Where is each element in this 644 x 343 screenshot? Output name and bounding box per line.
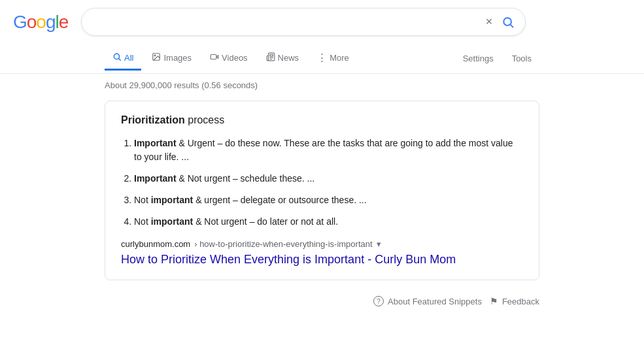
nav-item-news[interactable]: News: [258, 47, 307, 71]
logo-letter-o2: o: [36, 12, 46, 32]
svg-line-1: [511, 24, 513, 27]
clear-search-button[interactable]: ×: [482, 14, 497, 30]
source-path: › how-to-prioritize-when-everything-is-i…: [194, 239, 372, 249]
videos-icon: [210, 52, 219, 63]
header: Google how to prioritize when everything…: [0, 0, 644, 44]
snippet-list: Important & Urgent – do these now. These…: [121, 137, 523, 229]
svg-point-5: [155, 55, 156, 56]
source-domain: curlybunmom.com: [121, 239, 190, 249]
logo-letter-g2: g: [46, 12, 56, 32]
nav-right: Settings Tools: [455, 48, 539, 69]
nav-item-all[interactable]: All: [105, 47, 141, 71]
nav-news-label: News: [278, 53, 299, 63]
snippet-source: curlybunmom.com › how-to-prioritize-when…: [121, 239, 523, 249]
logo-letter-g: G: [13, 12, 27, 32]
nav-item-more[interactable]: ⋮ More: [309, 46, 357, 71]
featured-snippet: Prioritization process Important & Urgen…: [105, 101, 539, 280]
results-area: About 29,900,000 results (0.56 seconds) …: [0, 74, 644, 316]
list-item: Not important & Not urgent – do later or…: [134, 215, 523, 229]
logo-letter-e: e: [59, 12, 69, 32]
nav-item-videos[interactable]: Videos: [202, 47, 256, 71]
svg-line-3: [119, 58, 121, 60]
svg-rect-6: [211, 54, 216, 59]
search-button[interactable]: [501, 16, 515, 29]
about-snippets-link[interactable]: ? About Featured Snippets: [373, 296, 482, 306]
list-item: Not important & urgent – delegate or out…: [134, 193, 523, 207]
about-snippets-label: About Featured Snippets: [388, 297, 482, 306]
tools-link[interactable]: Tools: [504, 48, 539, 69]
more-dots-icon: ⋮: [317, 52, 327, 63]
snippet-title-bold: Prioritization: [121, 114, 185, 125]
logo-letter-o1: o: [27, 12, 37, 32]
nav-all-label: All: [124, 53, 133, 63]
nav-more-label: More: [330, 53, 349, 63]
source-dropdown-icon[interactable]: ▾: [377, 239, 381, 249]
google-logo[interactable]: Google: [13, 12, 68, 33]
snippet-link: How to Prioritize When Everything is Imp…: [121, 253, 523, 267]
snippet-title: Prioritization process: [121, 114, 523, 126]
list-item: Important & Urgent – do these now. These…: [134, 137, 523, 164]
flag-icon: ⚑: [490, 296, 498, 306]
feedback-label: Feedback: [502, 297, 539, 306]
question-icon: ?: [373, 296, 384, 306]
snippet-result-link[interactable]: How to Prioritize When Everything is Imp…: [121, 253, 456, 266]
results-count: About 29,900,000 results (0.56 seconds): [105, 80, 539, 90]
news-icon: [266, 52, 275, 63]
snippet-title-rest: process: [185, 114, 224, 125]
snippet-footer: ? About Featured Snippets ⚑ Feedback: [105, 291, 539, 309]
nav-bar: All Images Videos News ⋮ More Settings T…: [0, 44, 644, 74]
nav-item-images[interactable]: Images: [144, 47, 199, 71]
nav-videos-label: Videos: [222, 53, 248, 63]
settings-link[interactable]: Settings: [455, 48, 501, 69]
images-icon: [152, 52, 161, 63]
search-input[interactable]: how to prioritize when everything is imp…: [92, 16, 476, 28]
search-bar: how to prioritize when everything is imp…: [81, 8, 526, 36]
search-icon: [112, 52, 122, 63]
list-item: Important & Not urgent – schedule these.…: [134, 172, 523, 186]
nav-images-label: Images: [163, 53, 192, 63]
feedback-link[interactable]: ⚑ Feedback: [490, 296, 539, 306]
